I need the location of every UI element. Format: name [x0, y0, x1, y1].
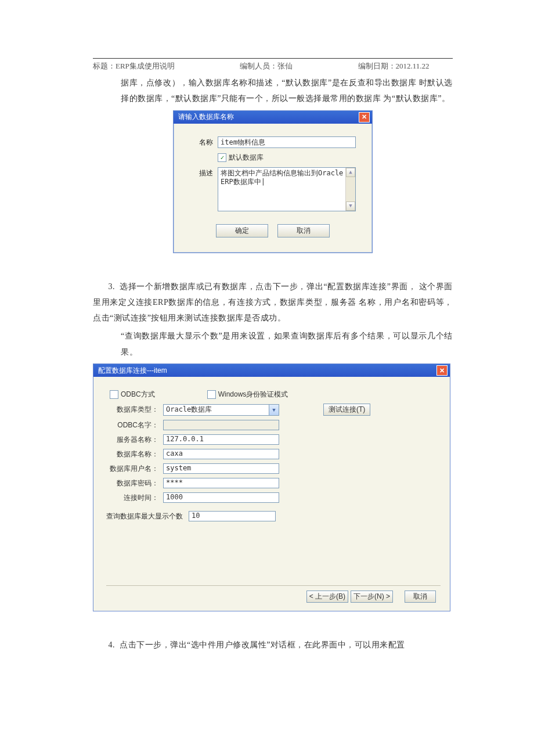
dbtype-value: Oracle数据库 — [166, 405, 212, 415]
next-button[interactable]: 下一步(N) > — [351, 591, 393, 603]
ok-button[interactable]: 确定 — [216, 224, 268, 237]
dbpwd-input[interactable]: **** — [163, 478, 279, 488]
list-item-3: 3.选择一个新增数据库或已有数据库，点击下一步，弹出“配置数据库连接”界面， 这… — [93, 279, 453, 326]
server-input[interactable]: 127.0.0.1 — [163, 434, 279, 445]
odbcname-input[interactable] — [163, 420, 279, 430]
list-text-3b: “查询数据库最大显示个数”是用来设置，如果查询数据库后有多个结果，可以显示几个结… — [121, 332, 453, 356]
name-input[interactable]: item物料信息 — [218, 136, 356, 148]
odbc-mode-label: ODBC方式 — [121, 390, 155, 398]
scroll-down-icon[interactable]: ▼ — [346, 201, 355, 211]
dialog1-titlebar[interactable]: 请输入数据库名称 ✕ — [174, 111, 372, 124]
dialog2-titlebar[interactable]: 配置数据库连接---item ✕ — [93, 364, 450, 377]
label-server: 服务器名称： — [106, 435, 158, 445]
list-number-4: 4. — [93, 637, 115, 653]
paragraph-continuation: 据库，点修改），输入数据库名称和描述，“默认数据库”是在反查和导出数据库 时默认… — [121, 75, 453, 107]
description-textarea[interactable]: 将图文档中产品结构信息输出到Oracle ERP数据库中| ▲ ▼ — [218, 167, 356, 211]
dialog1-title: 请输入数据库名称 — [178, 112, 234, 122]
dialog2-title: 配置数据库连接---item — [98, 366, 167, 376]
close-icon[interactable]: ✕ — [436, 365, 448, 376]
dialog-configure-db-connection: 配置数据库连接---item ✕ ODBC方式 Windows身份验证模式 数据… — [93, 363, 450, 611]
windows-auth-label: Windows身份验证模式 — [218, 390, 288, 398]
odbc-mode-checkbox[interactable] — [110, 390, 118, 399]
header-rule — [93, 58, 453, 59]
label-maxrows: 查询数据库最大显示个数 — [106, 512, 183, 521]
dbuser-input[interactable]: system — [163, 463, 279, 474]
header-title: 标题：ERP集成使用说明 — [93, 61, 238, 71]
list-item-4: 4.点击下一步，弹出“选中件用户修改属性”对话框，在此界面中，可以用来配置 — [93, 637, 453, 653]
cancel-button[interactable]: 取消 — [277, 224, 330, 237]
default-database-label: 默认数据库 — [229, 153, 264, 163]
default-database-checkbox[interactable]: ✓ — [218, 153, 226, 162]
page-header: 标题：ERP集成使用说明 编制人员：张仙 编制日期：2012.11.22 — [93, 61, 453, 71]
header-author: 编制人员：张仙 — [240, 61, 356, 71]
windows-auth-checkbox[interactable] — [207, 390, 216, 399]
dialog-enter-database-name: 请输入数据库名称 ✕ 名称 item物料信息 ✓ 默认数据库 描述 将图文档中产… — [173, 110, 373, 253]
dbname-input[interactable]: caxa — [163, 449, 279, 459]
scrollbar[interactable]: ▲ ▼ — [345, 168, 355, 211]
label-dbname: 数据库名称： — [106, 449, 158, 459]
cancel-button[interactable]: 取消 — [405, 591, 436, 603]
label-description: 描述 — [190, 167, 213, 178]
header-date: 编制日期：2012.11.22 — [358, 61, 430, 71]
chevron-down-icon: ▼ — [269, 405, 279, 415]
label-dbuser: 数据库用户名： — [106, 464, 158, 474]
conntime-input[interactable]: 1000 — [163, 492, 279, 503]
maxrows-input[interactable]: 10 — [189, 511, 276, 521]
close-icon[interactable]: ✕ — [359, 112, 370, 123]
list-text-3b-wrap: “查询数据库最大显示个数”是用来设置，如果查询数据库后有多个结果，可以显示几个结… — [121, 328, 453, 360]
list-number-3: 3. — [93, 279, 115, 294]
previous-button[interactable]: < 上一步(B) — [306, 591, 348, 603]
label-conntime: 连接时间： — [106, 493, 158, 503]
scroll-up-icon[interactable]: ▲ — [346, 168, 355, 177]
dbtype-select[interactable]: Oracle数据库 ▼ — [163, 404, 279, 416]
label-dbpwd: 数据库密码： — [106, 478, 158, 488]
label-name: 名称 — [190, 136, 213, 147]
label-dbtype: 数据库类型： — [106, 405, 158, 415]
list-text-3a: 选择一个新增数据库或已有数据库，点击下一步，弹出“配置数据库连接”界面， 这个界… — [93, 282, 453, 323]
list-text-4: 点击下一步，弹出“选中件用户修改属性”对话框，在此界面中，可以用来配置 — [120, 640, 405, 649]
label-odbcname: ODBC名字： — [106, 420, 158, 430]
test-connection-button[interactable]: 测试连接(T) — [323, 404, 370, 416]
description-value: 将图文档中产品结构信息输出到Oracle ERP数据库中| — [221, 169, 343, 186]
